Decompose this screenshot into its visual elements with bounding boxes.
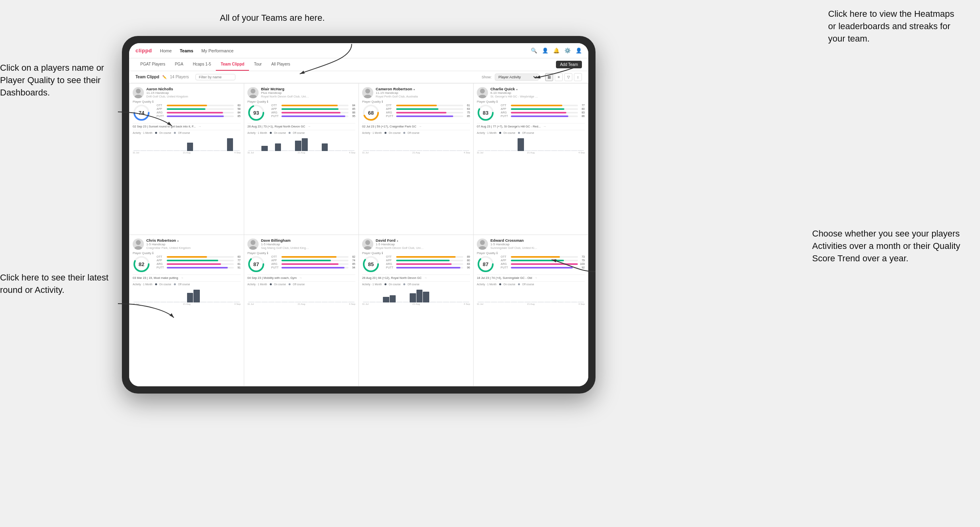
quality-bars: OTT 60 APP 77 ARG 81 PUTT xyxy=(157,255,241,269)
activity-bar xyxy=(558,150,564,151)
search-icon[interactable]: 🔍 xyxy=(531,48,537,54)
quality-bars: OTT 84 APP 85 ARG 88 PUTT xyxy=(271,104,355,117)
bar-fill xyxy=(167,256,207,258)
quality-ring[interactable]: 74 xyxy=(133,104,150,121)
last-round[interactable]: 03 Mar 23 | 19, Must make putting → xyxy=(133,274,241,280)
bar-value: 95 xyxy=(350,115,355,117)
player-name[interactable]: Charlie Quick ● xyxy=(490,87,585,91)
activity-bar xyxy=(443,150,449,151)
bar-fill xyxy=(511,108,565,110)
player-header[interactable]: Aaron Nicholls 11-15 Handicap Drift Golf… xyxy=(133,87,241,98)
activity-bar xyxy=(578,302,584,302)
bar-track xyxy=(511,256,578,258)
off-course-dot xyxy=(174,132,176,134)
profile-icon[interactable]: 👤 xyxy=(542,48,548,54)
svg-point-24 xyxy=(365,240,370,245)
activity-bar xyxy=(538,302,544,302)
activity-bar xyxy=(376,150,382,151)
quality-ring[interactable]: 68 xyxy=(362,104,380,121)
player-header[interactable]: Dave Billingham 1-5 Handicap Sag Maing G… xyxy=(247,238,355,250)
activity-bar xyxy=(322,143,328,151)
last-round[interactable]: 26 Aug 23 | 73 (+1), Royal North Devon G… xyxy=(247,123,355,128)
bar-label: ARG xyxy=(157,263,165,265)
bar-value: 60 xyxy=(235,255,241,258)
quality-ring[interactable]: 83 xyxy=(477,104,494,121)
tab-tour[interactable]: Tour xyxy=(249,58,266,71)
bar-fill xyxy=(511,267,573,268)
filter-icon[interactable]: ▽ xyxy=(564,73,572,81)
player-header[interactable]: Chris Robertson ● 1-5 Handicap Craigmill… xyxy=(133,238,241,250)
last-round[interactable]: 02 Jul 23 | 59 (+17), Craigmillar Park G… xyxy=(362,123,470,128)
last-round[interactable]: 26 Aug 23 | 84 (+12), Royal North Devon … xyxy=(362,274,470,280)
player-header[interactable]: Edward Crossman 1-5 Handicap Sunningdale… xyxy=(477,238,585,250)
edit-icon[interactable]: ✏️ xyxy=(162,75,167,79)
activity-bar xyxy=(167,150,173,151)
bar-fill xyxy=(167,267,228,268)
activity-bar xyxy=(288,302,295,302)
quality-ring[interactable]: 82 xyxy=(133,255,150,273)
bar-track xyxy=(511,105,578,106)
player-name[interactable]: Aaron Nicholls xyxy=(146,87,241,91)
stat-bar-putt: PUTT 86 xyxy=(501,115,585,117)
on-course-label: On course xyxy=(504,131,516,134)
tab-all-players[interactable]: All Players xyxy=(267,58,295,71)
bar-label: ARG xyxy=(271,111,280,114)
player-header[interactable]: David Ford ● 1-5 Handicap Royal North De… xyxy=(362,238,470,250)
filter-input[interactable] xyxy=(195,74,235,80)
nav-my-performance[interactable]: My Performance xyxy=(201,48,234,53)
activity-bar xyxy=(248,302,255,302)
player-header[interactable]: Charlie Quick ● 6-10 Handicap St. George… xyxy=(477,87,585,98)
bar-value: 84 xyxy=(350,104,355,107)
quality-bars: OTT 61 APP 63 ARG 75 PUTT xyxy=(386,104,470,117)
svg-point-16 xyxy=(136,240,141,245)
bar-value: 85 xyxy=(464,115,470,117)
tab-pgat-players[interactable]: PGAT Players xyxy=(135,58,170,71)
player-header[interactable]: Blair McHarg Plus Handicap Royal North D… xyxy=(247,87,355,98)
tab-hcaps[interactable]: Hcaps 1-5 xyxy=(188,58,216,71)
tab-pga[interactable]: PGA xyxy=(170,58,188,71)
bar-fill xyxy=(281,263,339,265)
player-avatar xyxy=(477,239,488,250)
stat-bar-app: APP 79 xyxy=(501,259,585,262)
player-club: Sag Maing Golf Club, United Kingdom xyxy=(261,246,309,250)
player-name[interactable]: David Ford ● xyxy=(376,238,470,243)
date-mid: 21 Aug xyxy=(183,151,191,154)
player-name[interactable]: Cameron Robertson ● xyxy=(376,87,470,91)
bar-value: 103 xyxy=(579,263,585,265)
settings-icon[interactable]: ⚙️ xyxy=(564,48,571,54)
bell-icon[interactable]: 🔔 xyxy=(553,48,560,54)
activity-bar xyxy=(423,150,429,151)
add-team-button[interactable]: Add Team xyxy=(556,61,582,68)
activity-bar xyxy=(281,150,288,151)
activity-bar xyxy=(491,302,497,302)
last-round[interactable]: 07 Aug 23 | 77 (+7), St George's Hill GC… xyxy=(477,123,585,128)
grid-view-icon[interactable]: ▦ xyxy=(545,73,553,81)
activity-bar xyxy=(322,302,328,302)
nav-home[interactable]: Home xyxy=(160,48,171,53)
user-avatar-icon[interactable]: 👤 xyxy=(576,48,582,54)
tab-team-clippd[interactable]: Team Clippd xyxy=(216,58,249,71)
bar-fill xyxy=(511,260,564,261)
show-select[interactable]: Player Activity Quality Score Trend xyxy=(495,74,539,81)
last-round[interactable]: 02 Sep 23 | Sunset round to get back int… xyxy=(133,123,241,128)
quality-ring[interactable]: 85 xyxy=(362,255,380,273)
date-end: 4 Sep xyxy=(234,303,241,305)
list-view-icon[interactable]: ≡ xyxy=(555,73,563,81)
player-name[interactable]: Chris Robertson ● xyxy=(146,238,241,243)
quality-ring[interactable]: 87 xyxy=(247,255,265,273)
quality-ring[interactable]: 87 xyxy=(477,255,494,273)
nav-teams[interactable]: Teams xyxy=(180,48,193,53)
player-name[interactable]: Dave Billingham xyxy=(261,238,355,243)
quality-ring[interactable]: 93 xyxy=(247,104,265,121)
player-handicap: 1-5 Handicap xyxy=(376,243,470,246)
last-round[interactable]: 04 Sep 23 | Mobility with coach, Gym → xyxy=(247,274,355,280)
player-header[interactable]: Cameron Robertson ● 11-15 Handicap Royal… xyxy=(362,87,470,98)
last-round[interactable]: 18 Jul 23 | 74 (+4), Sunningdale GC - Ol… xyxy=(477,274,585,280)
bar-track xyxy=(396,108,463,110)
stat-bar-arg: ARG 83 xyxy=(386,263,470,265)
player-name[interactable]: Blair McHarg xyxy=(261,87,355,91)
bar-value: 80 xyxy=(579,107,585,110)
player-name[interactable]: Edward Crossman xyxy=(490,238,585,243)
sort-icon[interactable]: ↕ xyxy=(574,73,582,81)
activity-bar xyxy=(511,150,517,151)
